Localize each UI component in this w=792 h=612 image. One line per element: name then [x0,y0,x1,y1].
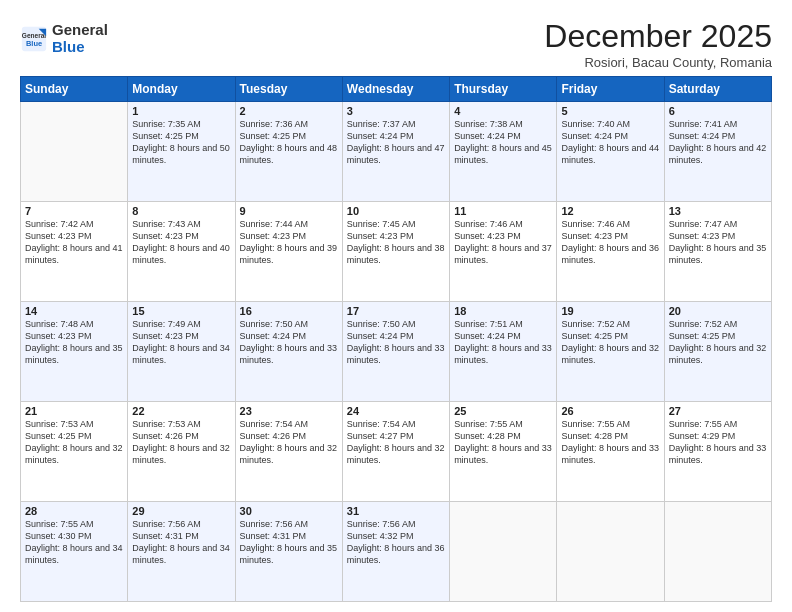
day-info: Sunrise: 7:49 AMSunset: 4:23 PMDaylight:… [132,318,230,367]
calendar-day-cell: 1Sunrise: 7:35 AMSunset: 4:25 PMDaylight… [128,102,235,202]
calendar-day-cell: 11Sunrise: 7:46 AMSunset: 4:23 PMDayligh… [450,202,557,302]
day-number: 18 [454,305,552,317]
calendar-week-5: 28Sunrise: 7:55 AMSunset: 4:30 PMDayligh… [21,502,772,602]
logo: General Blue General Blue [20,22,108,55]
day-number: 6 [669,105,767,117]
day-number: 8 [132,205,230,217]
day-info: Sunrise: 7:50 AMSunset: 4:24 PMDaylight:… [347,318,445,367]
calendar-day-cell: 14Sunrise: 7:48 AMSunset: 4:23 PMDayligh… [21,302,128,402]
calendar-day-cell: 19Sunrise: 7:52 AMSunset: 4:25 PMDayligh… [557,302,664,402]
weekday-header-thursday: Thursday [450,77,557,102]
day-number: 29 [132,505,230,517]
header: General Blue General Blue December 2025 … [20,18,772,70]
day-info: Sunrise: 7:43 AMSunset: 4:23 PMDaylight:… [132,218,230,267]
day-number: 28 [25,505,123,517]
day-info: Sunrise: 7:38 AMSunset: 4:24 PMDaylight:… [454,118,552,167]
svg-text:General: General [22,32,46,39]
day-number: 12 [561,205,659,217]
calendar-day-cell: 31Sunrise: 7:56 AMSunset: 4:32 PMDayligh… [342,502,449,602]
calendar-day-cell: 17Sunrise: 7:50 AMSunset: 4:24 PMDayligh… [342,302,449,402]
calendar-day-cell: 30Sunrise: 7:56 AMSunset: 4:31 PMDayligh… [235,502,342,602]
day-info: Sunrise: 7:56 AMSunset: 4:31 PMDaylight:… [240,518,338,567]
calendar-day-cell: 5Sunrise: 7:40 AMSunset: 4:24 PMDaylight… [557,102,664,202]
calendar-day-cell: 23Sunrise: 7:54 AMSunset: 4:26 PMDayligh… [235,402,342,502]
day-number: 31 [347,505,445,517]
day-info: Sunrise: 7:41 AMSunset: 4:24 PMDaylight:… [669,118,767,167]
calendar-week-2: 7Sunrise: 7:42 AMSunset: 4:23 PMDaylight… [21,202,772,302]
calendar-day-cell: 6Sunrise: 7:41 AMSunset: 4:24 PMDaylight… [664,102,771,202]
day-number: 3 [347,105,445,117]
weekday-header-friday: Friday [557,77,664,102]
day-info: Sunrise: 7:53 AMSunset: 4:25 PMDaylight:… [25,418,123,467]
day-number: 9 [240,205,338,217]
day-number: 22 [132,405,230,417]
day-info: Sunrise: 7:55 AMSunset: 4:30 PMDaylight:… [25,518,123,567]
calendar-day-cell: 22Sunrise: 7:53 AMSunset: 4:26 PMDayligh… [128,402,235,502]
day-number: 15 [132,305,230,317]
calendar-day-cell: 18Sunrise: 7:51 AMSunset: 4:24 PMDayligh… [450,302,557,402]
calendar-day-cell: 21Sunrise: 7:53 AMSunset: 4:25 PMDayligh… [21,402,128,502]
day-info: Sunrise: 7:44 AMSunset: 4:23 PMDaylight:… [240,218,338,267]
weekday-header-monday: Monday [128,77,235,102]
calendar-week-3: 14Sunrise: 7:48 AMSunset: 4:23 PMDayligh… [21,302,772,402]
calendar-table: SundayMondayTuesdayWednesdayThursdayFrid… [20,76,772,602]
calendar-day-cell: 27Sunrise: 7:55 AMSunset: 4:29 PMDayligh… [664,402,771,502]
weekday-header-sunday: Sunday [21,77,128,102]
day-info: Sunrise: 7:52 AMSunset: 4:25 PMDaylight:… [561,318,659,367]
calendar-day-cell: 10Sunrise: 7:45 AMSunset: 4:23 PMDayligh… [342,202,449,302]
day-info: Sunrise: 7:47 AMSunset: 4:23 PMDaylight:… [669,218,767,267]
logo-blue-text: Blue [52,39,108,56]
day-info: Sunrise: 7:56 AMSunset: 4:32 PMDaylight:… [347,518,445,567]
calendar-day-cell: 7Sunrise: 7:42 AMSunset: 4:23 PMDaylight… [21,202,128,302]
day-number: 27 [669,405,767,417]
logo-general-text: General [52,22,108,39]
day-number: 13 [669,205,767,217]
day-info: Sunrise: 7:50 AMSunset: 4:24 PMDaylight:… [240,318,338,367]
day-number: 2 [240,105,338,117]
location: Rosiori, Bacau County, Romania [544,55,772,70]
calendar-day-cell: 3Sunrise: 7:37 AMSunset: 4:24 PMDaylight… [342,102,449,202]
day-info: Sunrise: 7:51 AMSunset: 4:24 PMDaylight:… [454,318,552,367]
day-info: Sunrise: 7:40 AMSunset: 4:24 PMDaylight:… [561,118,659,167]
calendar-day-cell [557,502,664,602]
day-info: Sunrise: 7:42 AMSunset: 4:23 PMDaylight:… [25,218,123,267]
day-number: 5 [561,105,659,117]
day-number: 26 [561,405,659,417]
day-number: 11 [454,205,552,217]
day-number: 23 [240,405,338,417]
calendar-week-4: 21Sunrise: 7:53 AMSunset: 4:25 PMDayligh… [21,402,772,502]
calendar-day-cell: 15Sunrise: 7:49 AMSunset: 4:23 PMDayligh… [128,302,235,402]
day-info: Sunrise: 7:55 AMSunset: 4:29 PMDaylight:… [669,418,767,467]
calendar-day-cell: 9Sunrise: 7:44 AMSunset: 4:23 PMDaylight… [235,202,342,302]
calendar-day-cell: 12Sunrise: 7:46 AMSunset: 4:23 PMDayligh… [557,202,664,302]
day-info: Sunrise: 7:36 AMSunset: 4:25 PMDaylight:… [240,118,338,167]
calendar-day-cell [21,102,128,202]
page: General Blue General Blue December 2025 … [0,0,792,612]
day-number: 25 [454,405,552,417]
calendar-day-cell: 13Sunrise: 7:47 AMSunset: 4:23 PMDayligh… [664,202,771,302]
calendar-day-cell: 28Sunrise: 7:55 AMSunset: 4:30 PMDayligh… [21,502,128,602]
day-info: Sunrise: 7:48 AMSunset: 4:23 PMDaylight:… [25,318,123,367]
day-info: Sunrise: 7:46 AMSunset: 4:23 PMDaylight:… [454,218,552,267]
calendar-day-cell: 26Sunrise: 7:55 AMSunset: 4:28 PMDayligh… [557,402,664,502]
calendar-day-cell: 16Sunrise: 7:50 AMSunset: 4:24 PMDayligh… [235,302,342,402]
day-info: Sunrise: 7:56 AMSunset: 4:31 PMDaylight:… [132,518,230,567]
day-info: Sunrise: 7:54 AMSunset: 4:26 PMDaylight:… [240,418,338,467]
day-number: 30 [240,505,338,517]
calendar-day-cell: 25Sunrise: 7:55 AMSunset: 4:28 PMDayligh… [450,402,557,502]
day-number: 16 [240,305,338,317]
weekday-header-tuesday: Tuesday [235,77,342,102]
calendar-day-cell [664,502,771,602]
logo-text: General Blue [52,22,108,55]
day-number: 21 [25,405,123,417]
day-info: Sunrise: 7:37 AMSunset: 4:24 PMDaylight:… [347,118,445,167]
day-info: Sunrise: 7:55 AMSunset: 4:28 PMDaylight:… [454,418,552,467]
day-number: 1 [132,105,230,117]
day-number: 24 [347,405,445,417]
weekday-header-row: SundayMondayTuesdayWednesdayThursdayFrid… [21,77,772,102]
calendar-day-cell: 2Sunrise: 7:36 AMSunset: 4:25 PMDaylight… [235,102,342,202]
month-title: December 2025 [544,18,772,55]
day-number: 4 [454,105,552,117]
day-info: Sunrise: 7:46 AMSunset: 4:23 PMDaylight:… [561,218,659,267]
calendar-day-cell: 8Sunrise: 7:43 AMSunset: 4:23 PMDaylight… [128,202,235,302]
